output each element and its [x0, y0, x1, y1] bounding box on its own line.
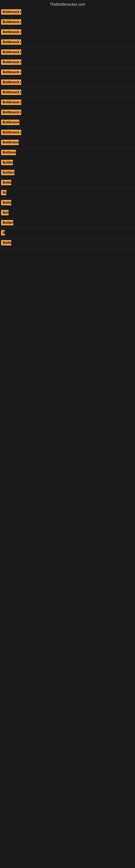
result-row: Bottleneck result — [0, 128, 135, 138]
bottleneck-badge[interactable]: Bottleneck resu — [1, 140, 19, 145]
result-row: Bottleneck result — [0, 98, 135, 108]
bottleneck-badge[interactable]: Bottle — [1, 180, 11, 185]
bottleneck-badge[interactable]: Bottleneck result — [1, 80, 21, 85]
result-row: Bottle — [0, 239, 135, 248]
site-header: TheBottlenecker.com — [0, 0, 135, 8]
result-row: Bottleneck — [0, 168, 135, 178]
result-row: Bottleneck resu — [0, 118, 135, 128]
bottleneck-badge[interactable]: Bottleneck resu — [1, 120, 19, 125]
site-title: TheBottlenecker.com — [0, 0, 135, 8]
bottleneck-badge[interactable]: B — [1, 230, 5, 236]
result-row: B — [0, 228, 135, 239]
result-row: Bottleneck resu — [0, 138, 135, 148]
results-container: Bottleneck resultBottleneck resultBottle… — [0, 8, 135, 248]
result-row: Bott — [0, 208, 135, 218]
bottleneck-badge[interactable]: Bottleneck result — [1, 39, 21, 45]
result-row: Bo — [0, 188, 135, 198]
result-row: Bottleneck result — [0, 8, 135, 18]
bottleneck-badge[interactable]: Bottleneck result — [1, 19, 21, 25]
result-row: Bottleneck result — [0, 78, 135, 88]
result-row: Bottlen — [0, 158, 135, 168]
result-row: Bottleneck result — [0, 88, 135, 98]
bottleneck-badge[interactable]: Bottle — [1, 200, 11, 205]
result-row: Bottleneck result — [0, 28, 135, 38]
result-row: Bottleneck result — [0, 38, 135, 48]
bottleneck-badge[interactable]: Bottlen — [1, 160, 13, 165]
result-row: Bottlens — [0, 218, 135, 228]
bottleneck-badge[interactable]: Bo — [1, 190, 6, 195]
result-row: Bottleneck result — [0, 68, 135, 78]
bottleneck-badge[interactable]: Bottleneck result — [1, 69, 21, 75]
bottleneck-badge[interactable]: Bottlens — [1, 220, 13, 225]
bottleneck-badge[interactable]: Bottleneck result — [1, 99, 21, 105]
bottleneck-badge[interactable]: Bott — [1, 210, 9, 215]
bottleneck-badge[interactable]: Bottleneck result — [1, 90, 21, 95]
bottleneck-badge[interactable]: Bottleneck r — [1, 150, 16, 155]
bottleneck-badge[interactable]: Bottleneck result — [1, 59, 21, 65]
bottleneck-badge[interactable]: Bottleneck result — [1, 50, 21, 55]
result-row: Bottleneck result — [0, 18, 135, 28]
bottleneck-badge[interactable]: Bottleneck result — [1, 9, 21, 14]
bottleneck-badge[interactable]: Bottleneck result — [1, 29, 21, 35]
bottleneck-badge[interactable]: Bottleneck — [1, 170, 14, 175]
result-row: Bottleneck result — [0, 48, 135, 58]
result-row: Bottleneck result — [0, 58, 135, 68]
bottleneck-badge[interactable]: Bottleneck result — [1, 110, 21, 115]
bottleneck-badge[interactable]: Bottle — [1, 240, 11, 246]
result-row: Bottleneck r — [0, 148, 135, 158]
result-row: Bottle — [0, 178, 135, 188]
result-row: Bottle — [0, 198, 135, 208]
bottleneck-badge[interactable]: Bottleneck result — [1, 130, 21, 135]
result-row: Bottleneck result — [0, 108, 135, 118]
